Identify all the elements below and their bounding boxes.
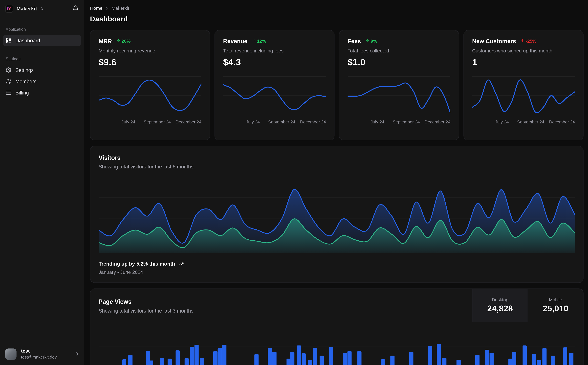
chevrons-up-down-icon (40, 6, 44, 12)
visitors-area-chart[interactable] (99, 179, 575, 253)
stat-value: $1.0 (348, 57, 450, 68)
stat-card-revenue: Revenue 12% Total revenue including fees… (214, 30, 335, 140)
spark-x-axis: July 24 September 24 December 24 (223, 120, 326, 125)
user-meta: test test@makerkit.dev (21, 348, 57, 360)
breadcrumb-home-link[interactable]: Home (90, 6, 103, 11)
revenue-sparkline-chart (223, 73, 326, 118)
toggle-mobile[interactable]: Mobile 25,010 (528, 289, 583, 322)
spark-x-axis: July 24 September 24 December 24 (348, 120, 450, 125)
users-icon (6, 78, 12, 84)
visitors-subtitle: Showing total visitors for the last 6 mo… (99, 164, 575, 170)
user-name: test (21, 348, 57, 354)
stat-change-badge: 12% (252, 39, 266, 44)
arrow-down-icon (520, 39, 525, 44)
new-customers-sparkline-chart (472, 73, 575, 118)
stat-title: MRR (99, 38, 112, 45)
user-menu[interactable]: test test@makerkit.dev (0, 344, 84, 365)
chevrons-up-down-icon (75, 351, 79, 357)
stat-value: $9.6 (99, 57, 201, 68)
layout-dashboard-icon (6, 38, 12, 43)
mrr-sparkline-chart (99, 73, 201, 118)
sidebar-header: m Makerkit (0, 0, 84, 17)
page-views-title: Page Views (99, 299, 464, 305)
visitors-title: Visitors (99, 154, 575, 161)
sidebar: m Makerkit Application Dashboard (0, 0, 84, 365)
sidebar-item-label: Members (15, 79, 36, 84)
arrow-up-icon (252, 39, 256, 44)
toggle-label: Desktop (492, 297, 508, 302)
bell-icon (72, 5, 79, 13)
visitors-period: January - June 2024 (99, 269, 575, 275)
stat-change-badge: -25% (520, 39, 536, 44)
stat-value: $4.3 (223, 57, 326, 68)
notifications-bell-button[interactable] (72, 5, 79, 13)
arrow-up-icon (117, 39, 121, 44)
page-title: Dashboard (90, 15, 583, 23)
stat-card-new-customers: New Customers -25% Customers who signed … (463, 30, 583, 140)
page-views-subtitle: Showing total visitors for the last 3 mo… (99, 308, 464, 314)
sidebar-item-label: Settings (15, 67, 34, 73)
user-email: test@makerkit.dev (21, 354, 57, 360)
visitors-trend: Trending up by 5.2% this month (99, 261, 575, 267)
stat-title: Revenue (223, 38, 248, 45)
chevron-right-icon (105, 6, 109, 10)
stat-title: Fees (348, 38, 361, 45)
stat-description: Total revenue including fees (223, 48, 326, 54)
toggle-label: Mobile (549, 297, 562, 302)
stat-title: New Customers (472, 38, 516, 45)
page-views-bar-chart[interactable] (99, 325, 575, 365)
workspace-selector[interactable]: m Makerkit (5, 5, 44, 13)
arrow-up-icon (365, 39, 369, 44)
sidebar-item-members[interactable]: Members (3, 76, 81, 87)
page-views-card: Page Views Showing total visitors for th… (90, 288, 583, 365)
sidebar-item-settings[interactable]: Settings (3, 64, 81, 76)
toggle-value: 24,828 (487, 304, 513, 314)
credit-card-icon (6, 90, 12, 96)
fees-sparkline-chart (348, 73, 450, 118)
gear-icon (6, 67, 12, 73)
sidebar-section-settings: Settings (3, 56, 81, 61)
breadcrumb: Home Makerkit (90, 6, 583, 11)
stat-description: Customers who signed up this month (472, 48, 575, 54)
stat-card-mrr: MRR 20% Monthly recurring revenue $9.6 J… (90, 30, 210, 140)
toggle-value: 25,010 (543, 304, 568, 314)
stat-card-fees: Fees 9% Total fees collected $1.0 July 2… (339, 30, 459, 140)
avatar (5, 348, 17, 360)
toggle-desktop[interactable]: Desktop 24,828 (472, 289, 528, 322)
breadcrumb-current: Makerkit (111, 6, 129, 11)
sidebar-section-application: Application (3, 27, 81, 31)
spark-x-axis: July 24 September 24 December 24 (99, 120, 201, 125)
trending-up-icon (178, 261, 184, 267)
main-content: Home Makerkit Dashboard MRR 20% Monthly … (84, 0, 588, 365)
page-views-series-toggle: Desktop 24,828 Mobile 25,010 (472, 289, 583, 322)
sidebar-nav: Application Dashboard Settings Settings … (0, 17, 84, 98)
brand-name: Makerkit (17, 6, 37, 12)
app-root: m Makerkit Application Dashboard (0, 0, 588, 365)
stat-change-badge: 9% (365, 39, 377, 44)
spark-x-axis: July 24 September 24 December 24 (472, 120, 575, 125)
brand-logo: m (5, 5, 13, 13)
visitors-card: Visitors Showing total visitors for the … (90, 146, 583, 283)
brand-logo-letter: m (7, 6, 12, 11)
stat-value: 1 (472, 57, 575, 68)
sidebar-item-label: Dashboard (15, 38, 40, 43)
stat-change-badge: 20% (117, 39, 131, 44)
stat-cards-row: MRR 20% Monthly recurring revenue $9.6 J… (90, 30, 583, 140)
page-views-header: Page Views Showing total visitors for th… (90, 289, 583, 322)
sidebar-item-billing[interactable]: Billing (3, 87, 81, 98)
sidebar-item-label: Billing (15, 90, 29, 95)
sidebar-item-dashboard[interactable]: Dashboard (3, 35, 81, 46)
stat-description: Monthly recurring revenue (99, 48, 201, 54)
stat-description: Total fees collected (348, 48, 450, 54)
